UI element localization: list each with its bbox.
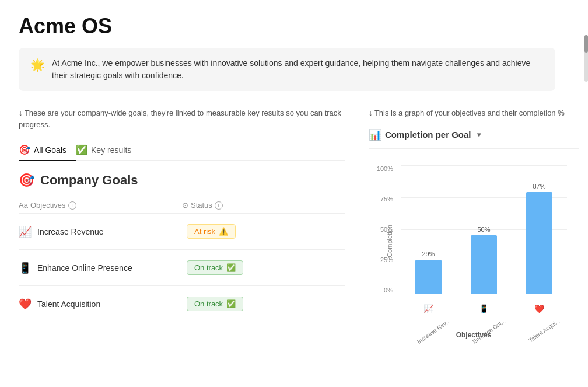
bar-chart-icon: 📊 bbox=[369, 128, 382, 141]
status-info-icon[interactable]: i bbox=[215, 201, 223, 210]
chart-title-label: Completion per Goal bbox=[385, 130, 471, 140]
chart-header: 📊 Completion per Goal ▾ bbox=[369, 128, 579, 149]
x-icon-talent-acqu: ❤️ bbox=[534, 304, 544, 313]
y-label-50: 50% bbox=[380, 226, 393, 233]
obj-info-icon[interactable]: i bbox=[68, 201, 76, 210]
y-label-25: 25% bbox=[380, 256, 393, 263]
increase-revenue-icon: 📈 bbox=[19, 225, 32, 238]
chart-title: 📊 Completion per Goal ▾ bbox=[369, 128, 481, 141]
status-cell-enhance-online: On track ✅ bbox=[182, 260, 299, 275]
company-goals-icon: 🎯 bbox=[19, 173, 34, 188]
table-row: 📈 Increase Revenue At risk ⚠️ bbox=[19, 214, 345, 250]
y-labels: 100% 75% 50% 25% 0% bbox=[369, 165, 398, 294]
left-hint: ↓ These are your company-wide goals, the… bbox=[19, 107, 345, 130]
obj-label: Objectives bbox=[30, 201, 66, 210]
on-track-badge-1: On track ✅ bbox=[187, 260, 243, 275]
enhance-online-label: Enhance Online Presence bbox=[37, 263, 132, 273]
y-label-100: 100% bbox=[377, 165, 393, 172]
at-risk-label: At risk bbox=[194, 227, 215, 236]
scrollbar-thumb[interactable] bbox=[584, 35, 588, 53]
tab-all-goals-label: All Goals bbox=[34, 145, 66, 155]
objective-cell-increase-revenue: 📈 Increase Revenue bbox=[19, 225, 182, 238]
info-banner: 🌟 At Acme Inc., we empower businesses wi… bbox=[19, 48, 555, 91]
bar-group-increase-rev: 29% bbox=[401, 250, 456, 294]
talent-label: Talent Acquisition bbox=[37, 299, 100, 309]
on-track-icon-2: ✅ bbox=[226, 299, 236, 308]
table-row: ❤️ Talent Acquisition On track ✅ bbox=[19, 286, 345, 322]
at-risk-icon: ⚠️ bbox=[219, 227, 228, 236]
bar-value-talent-acqu: 87% bbox=[533, 183, 545, 190]
bar-group-enhance-onl: 50% bbox=[456, 226, 512, 294]
status-cell-talent: On track ✅ bbox=[182, 297, 299, 311]
left-panel: ↓ These are your company-wide goals, the… bbox=[19, 107, 345, 339]
right-panel: ↓ This is a graph of your objectives and… bbox=[369, 107, 579, 339]
table-header: Aa Objectives i ⊙ Status i bbox=[19, 197, 345, 214]
increase-revenue-label: Increase Revenue bbox=[37, 227, 104, 236]
objective-cell-talent: ❤️ Talent Acquisition bbox=[19, 298, 182, 311]
bars-container: 29%50%87% bbox=[401, 165, 567, 294]
status-cell-increase-revenue: At risk ⚠️ bbox=[182, 224, 299, 239]
section-header: 🎯 Company Goals bbox=[19, 173, 345, 188]
scrollbar[interactable] bbox=[584, 35, 588, 82]
x-label-group-talent-acqu: ❤️Talent Acqui... bbox=[512, 304, 567, 324]
x-label-group-enhance-onl: 📱Enhance Onl... bbox=[456, 304, 512, 324]
enhance-online-icon: 📱 bbox=[19, 262, 32, 274]
x-label-group-increase-rev: 📈Increase Rev... bbox=[401, 304, 456, 324]
main-layout: ↓ These are your company-wide goals, the… bbox=[19, 107, 569, 339]
page-container: Acme OS 🌟 At Acme Inc., we empower busin… bbox=[0, 0, 588, 387]
extra-header bbox=[299, 201, 345, 210]
objective-cell-enhance-online: 📱 Enhance Online Presence bbox=[19, 262, 182, 274]
banner-text: At Acme Inc., we empower businesses with… bbox=[52, 57, 544, 82]
tab-key-results-label: Key results bbox=[91, 145, 131, 155]
on-track-badge-2: On track ✅ bbox=[187, 297, 243, 311]
y-label-75: 75% bbox=[380, 196, 393, 203]
status-prefix: ⊙ bbox=[182, 201, 188, 210]
table-row: 📱 Enhance Online Presence On track ✅ bbox=[19, 250, 345, 286]
bar-increase-rev[interactable] bbox=[415, 260, 442, 294]
bar-value-increase-rev: 29% bbox=[422, 250, 435, 257]
page-title: Acme OS bbox=[19, 14, 569, 39]
key-results-icon: ✅ bbox=[76, 144, 88, 155]
banner-emoji: 🌟 bbox=[30, 58, 45, 72]
tab-all-goals[interactable]: 🎯 All Goals bbox=[19, 140, 76, 161]
on-track-label-1: On track bbox=[194, 263, 223, 272]
x-icon-enhance-onl: 📱 bbox=[479, 304, 489, 313]
x-icon-increase-rev: 📈 bbox=[424, 304, 433, 313]
company-goals-title: Company Goals bbox=[40, 173, 138, 188]
objectives-header: Aa Objectives i bbox=[19, 201, 182, 210]
bar-value-enhance-onl: 50% bbox=[477, 226, 490, 233]
right-hint: ↓ This is a graph of your objectives and… bbox=[369, 107, 579, 119]
on-track-label-2: On track bbox=[194, 299, 223, 308]
chart-area: Completion 100% 75% 50% 25% 0% bbox=[369, 154, 579, 329]
tab-key-results[interactable]: ✅ Key results bbox=[76, 140, 141, 161]
bar-enhance-onl[interactable] bbox=[471, 235, 497, 294]
all-goals-icon: 🎯 bbox=[19, 144, 30, 155]
on-track-icon-1: ✅ bbox=[226, 263, 236, 272]
bar-talent-acqu[interactable] bbox=[526, 192, 552, 294]
x-labels: 📈Increase Rev...📱Enhance Onl...❤️Talent … bbox=[401, 304, 567, 324]
at-risk-badge: At risk ⚠️ bbox=[187, 224, 236, 239]
bar-group-talent-acqu: 87% bbox=[512, 183, 567, 294]
talent-icon: ❤️ bbox=[19, 298, 32, 311]
tabs-container: 🎯 All Goals ✅ Key results bbox=[19, 140, 345, 161]
y-label-0: 0% bbox=[384, 287, 393, 294]
status-label: Status bbox=[191, 201, 212, 210]
obj-prefix: Aa bbox=[19, 201, 28, 210]
status-header: ⊙ Status i bbox=[182, 201, 299, 210]
chevron-down-icon[interactable]: ▾ bbox=[477, 131, 481, 139]
